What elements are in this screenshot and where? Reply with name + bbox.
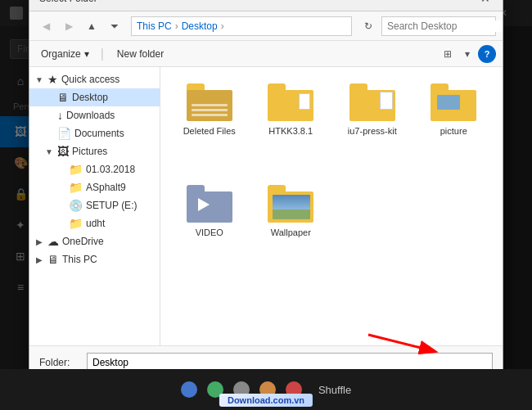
folder-icon — [349, 83, 395, 121]
tree-item-downloads[interactable]: ↓ Downloads — [29, 106, 160, 124]
dialog-body: ▼ ★ Quick access 🖥 Desktop ↓ Downloads 📄 — [29, 67, 503, 345]
search-input[interactable] — [387, 20, 503, 32]
breadcrumb-this-pc[interactable]: This PC — [137, 20, 172, 32]
drive-icon: 💿 — [69, 199, 83, 212]
tree-item-asphalt9[interactable]: 📁 ASphalt9 — [29, 178, 160, 196]
folder-tree: ▼ ★ Quick access 🖥 Desktop ↓ Downloads 📄 — [29, 67, 160, 345]
toolbar-sep: | — [101, 47, 104, 61]
file-name: HTKK3.8.1 — [268, 126, 313, 136]
view-buttons: ⊞ ▾ ? — [439, 45, 496, 63]
file-item[interactable]: HTKK3.8.1 — [252, 77, 331, 175]
folder-icon: 📁 — [69, 163, 83, 176]
documents-icon: 📄 — [57, 127, 71, 140]
folder-icon — [268, 83, 313, 121]
tree-item-01032018[interactable]: 📁 01.03.2018 — [29, 160, 160, 178]
tree-label: SETUP (E:) — [86, 200, 137, 211]
tree-label: Downloads — [66, 110, 115, 121]
folder-icon — [431, 83, 476, 121]
tree-toggle: ▶ — [34, 237, 44, 246]
organize-button[interactable]: Organize ▾ — [36, 47, 94, 61]
back-button[interactable]: ◀ — [36, 16, 56, 36]
select-folder-dialog: Select Folder ✕ ◀ ▶ ▲ ⏷ This PC › Deskto… — [29, 0, 503, 409]
recent-button[interactable]: ⏷ — [105, 16, 124, 36]
tree-label: 01.03.2018 — [86, 164, 135, 175]
dialog-second-toolbar: Organize ▾ | New folder ⊞ ▾ ? — [29, 41, 503, 67]
refresh-button[interactable]: ↻ — [358, 16, 378, 36]
dialog-overlay: Select Folder ✕ ◀ ▶ ▲ ⏷ This PC › Deskto… — [0, 0, 532, 410]
tree-label: udht — [86, 218, 105, 229]
downloads-icon: ↓ — [57, 109, 63, 122]
pictures-icon: 🖼 — [57, 145, 69, 158]
tree-label: Quick access — [61, 74, 119, 85]
dialog-titlebar: Select Folder ✕ — [29, 0, 503, 11]
folder-icon: 📁 — [69, 181, 83, 194]
this-pc-icon: 🖥 — [47, 253, 59, 266]
help-button[interactable]: ? — [478, 45, 496, 63]
organize-label: Organize — [41, 48, 81, 60]
file-item[interactable]: VIDEO — [170, 178, 249, 277]
breadcrumb-desktop[interactable]: Desktop — [182, 20, 218, 32]
breadcrumb-bar: This PC › Desktop › — [131, 16, 352, 36]
tree-toggle: ▼ — [34, 75, 44, 84]
tree-toggle: ▶ — [34, 255, 44, 264]
file-name: iu7-press-kit — [348, 126, 397, 136]
file-name: picture — [440, 126, 467, 136]
tree-item-this-pc[interactable]: ▶ 🖥 This PC — [29, 250, 160, 268]
tree-label: OneDrive — [62, 236, 104, 247]
view-dropdown-button[interactable]: ▾ — [458, 45, 476, 63]
file-item[interactable]: picture — [415, 77, 494, 175]
shuffle-label: Shuffle — [318, 384, 351, 396]
folder-icon — [187, 185, 232, 223]
file-item[interactable]: iu7-press-kit — [333, 77, 412, 175]
file-name: Wallpaper — [271, 228, 311, 237]
quick-access-icon: ★ — [47, 73, 58, 86]
tree-toggle: ▼ — [44, 147, 54, 156]
tree-item-onedrive[interactable]: ▶ ☁ OneDrive — [29, 232, 160, 250]
folder-label: Folder: — [39, 357, 80, 368]
files-area: Deleted Files HTKK3.8.1 — [160, 67, 503, 345]
dialog-title: Select Folder — [39, 0, 475, 4]
color-dot-blue[interactable] — [181, 381, 197, 398]
tree-item-setup[interactable]: 💿 SETUP (E:) — [29, 196, 160, 214]
folder-icon: 📁 — [69, 217, 83, 230]
tree-item-pictures[interactable]: ▼ 🖼 Pictures — [29, 142, 160, 160]
up-button[interactable]: ▲ — [82, 16, 101, 36]
folder-icon — [187, 83, 232, 121]
file-name: Deleted Files — [183, 126, 236, 136]
tree-item-desktop[interactable]: 🖥 Desktop — [29, 88, 160, 106]
tree-item-udht[interactable]: 📁 udht — [29, 214, 160, 232]
forward-button[interactable]: ▶ — [59, 16, 79, 36]
tree-label: Documents — [74, 128, 124, 139]
organize-chevron: ▾ — [84, 48, 89, 60]
watermark: Download.com.vn — [219, 394, 313, 407]
dialog-close-button[interactable]: ✕ — [475, 0, 496, 9]
folder-icon — [268, 185, 313, 223]
dialog-nav-toolbar: ◀ ▶ ▲ ⏷ This PC › Desktop › ↻ 🔍 — [29, 11, 503, 41]
breadcrumb-sep-2: › — [221, 20, 224, 32]
tree-item-documents[interactable]: 📄 Documents — [29, 124, 160, 142]
file-name: VIDEO — [196, 228, 223, 237]
tree-item-quick-access[interactable]: ▼ ★ Quick access — [29, 70, 160, 88]
tree-label: ASphalt9 — [86, 182, 126, 193]
tree-label: Pictures — [72, 146, 107, 157]
file-item[interactable]: Deleted Files — [170, 77, 249, 175]
tree-label: Desktop — [72, 92, 108, 103]
view-toggle-button[interactable]: ⊞ — [439, 45, 457, 63]
desktop-icon: 🖥 — [57, 91, 69, 104]
onedrive-icon: ☁ — [47, 235, 59, 248]
breadcrumb-sep-1: › — [175, 20, 178, 32]
tree-label: This PC — [62, 254, 97, 265]
file-item[interactable]: Wallpaper — [252, 178, 331, 277]
search-box[interactable]: 🔍 — [381, 16, 496, 36]
new-folder-button[interactable]: New folder — [110, 47, 170, 61]
